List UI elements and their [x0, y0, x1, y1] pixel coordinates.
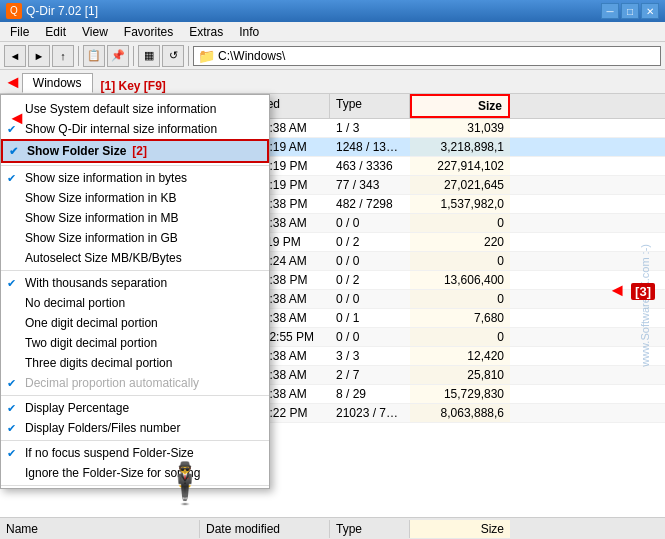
menu-section-4: ✔Display Percentage✔Display Folders/File… [1, 396, 269, 441]
address-bar[interactable]: 📁 C:\Windows\ [193, 46, 661, 66]
ctx-item-7[interactable]: Autoselect Size MB/KB/Bytes [1, 248, 269, 268]
checkmark-icon: ✔ [7, 377, 16, 390]
ctx-item-14[interactable]: ✔Display Percentage [1, 398, 269, 418]
cell-type: 0 / 1 [330, 309, 410, 327]
menu-section-1: Use System default size information✔Show… [1, 97, 269, 166]
cell-size: 8,063,888,6 [410, 404, 510, 422]
cell-size: 31,039 [410, 119, 510, 137]
menu-info[interactable]: Info [231, 23, 267, 41]
tab-bar: ◄ Windows [1] Key [F9] [0, 70, 665, 94]
menu-section-5: ✔If no focus suspend Folder-SizeIgnore t… [1, 441, 269, 486]
close-button[interactable]: ✕ [641, 3, 659, 19]
cell-type: 3 / 3 [330, 347, 410, 365]
bottom-col-name: Name [0, 520, 200, 538]
copy-button[interactable]: 📋 [83, 45, 105, 67]
window-controls[interactable]: ─ □ ✕ [601, 3, 659, 19]
key-label: [1] Key [F9] [101, 79, 166, 93]
cell-type: 0 / 0 [330, 290, 410, 308]
checkmark-icon: ✔ [7, 123, 16, 136]
cell-type: 0 / 0 [330, 252, 410, 270]
ctx-item-10[interactable]: One digit decimal portion [1, 313, 269, 333]
col-header-size[interactable]: Size [410, 94, 510, 118]
ctx-item-0[interactable]: Use System default size information [1, 99, 269, 119]
checkmark-icon: ✔ [7, 172, 16, 185]
separator-1 [78, 46, 79, 66]
ctx-item-11[interactable]: Two digit decimal portion [1, 333, 269, 353]
ctx-item-15[interactable]: ✔Display Folders/Files number [1, 418, 269, 438]
cell-type: 0 / 2 [330, 233, 410, 251]
minimize-button[interactable]: ─ [601, 3, 619, 19]
checkmark-icon: ✔ [7, 422, 16, 435]
cell-type: 1 / 3 [330, 119, 410, 137]
ctx-item-8[interactable]: ✔With thousands separation [1, 273, 269, 293]
ctx-item-2[interactable]: ✔Show Folder Size[2] [1, 139, 269, 163]
separator-2 [133, 46, 134, 66]
cell-type: 2 / 7 [330, 366, 410, 384]
cell-size: 3,218,898,1 [410, 138, 510, 156]
tab-arrow-left: ◄ [4, 72, 22, 93]
forward-button[interactable]: ► [28, 45, 50, 67]
menu-section-2: ✔Show size information in bytesShow Size… [1, 166, 269, 271]
bottom-col-type: Type [330, 520, 410, 538]
maximize-button[interactable]: □ [621, 3, 639, 19]
ctx-item-5[interactable]: Show Size information in MB [1, 208, 269, 228]
cell-type: 1248 / 13989 [330, 138, 410, 156]
cell-size: 227,914,102 [410, 157, 510, 175]
ctx-item-1[interactable]: ✔Show Q-Dir internal size information [1, 119, 269, 139]
paste-button[interactable]: 📌 [107, 45, 129, 67]
cell-type: 482 / 7298 [330, 195, 410, 213]
ctx-item-13[interactable]: ✔Decimal proportion automatically [1, 373, 269, 393]
menu-favorites[interactable]: Favorites [116, 23, 181, 41]
cell-type: 0 / 0 [330, 214, 410, 232]
menu-view[interactable]: View [74, 23, 116, 41]
toolbar: ◄ ► ↑ 📋 📌 ▦ ↺ 📁 C:\Windows\ [0, 42, 665, 70]
cell-size: 25,810 [410, 366, 510, 384]
col-header-type[interactable]: Type [330, 94, 410, 118]
main-content: Name Date modified Type Size ... 1/12/20… [0, 94, 665, 517]
ctx-item-17[interactable]: Ignore the Folder-Size for sorting [1, 463, 269, 483]
context-menu: Use System default size information✔Show… [0, 94, 270, 489]
ctx-item-9[interactable]: No decimal portion [1, 293, 269, 313]
grid-button[interactable]: ▦ [138, 45, 160, 67]
checkmark-icon: ✔ [7, 447, 16, 460]
tab-windows[interactable]: Windows [22, 73, 93, 93]
cell-size: 12,420 [410, 347, 510, 365]
ctx-item-12[interactable]: Three digits decimal portion [1, 353, 269, 373]
cell-size: 7,680 [410, 309, 510, 327]
ctx-item-6[interactable]: Show Size information in GB [1, 228, 269, 248]
checkmark-icon: ✔ [7, 277, 16, 290]
menu-file[interactable]: File [2, 23, 37, 41]
cell-size: 0 [410, 290, 510, 308]
menu-extras[interactable]: Extras [181, 23, 231, 41]
checkmark-icon: ✔ [7, 402, 16, 415]
tab-windows-label: Windows [33, 76, 82, 90]
cell-size: 0 [410, 214, 510, 232]
refresh-button[interactable]: ↺ [162, 45, 184, 67]
title-bar: Q Q-Dir 7.02 [1] ─ □ ✕ [0, 0, 665, 22]
title-text: Q-Dir 7.02 [1] [26, 4, 601, 18]
ctx-item-16[interactable]: ✔If no focus suspend Folder-Size [1, 443, 269, 463]
cell-size: 27,021,645 [410, 176, 510, 194]
cell-type: 77 / 343 [330, 176, 410, 194]
cell-type: 21023 / 76059 [330, 404, 410, 422]
menu-edit[interactable]: Edit [37, 23, 74, 41]
bottom-col-size: Size [410, 520, 510, 538]
menu-bar: File Edit View Favorites Extras Info [0, 22, 665, 42]
cell-size: 0 [410, 252, 510, 270]
bottom-col-date: Date modified [200, 520, 330, 538]
folder-icon: 📁 [198, 48, 215, 64]
ctx-item-3[interactable]: ✔Show size information in bytes [1, 168, 269, 188]
cell-type: 8 / 29 [330, 385, 410, 403]
menu-section-3: ✔With thousands separationNo decimal por… [1, 271, 269, 396]
up-button[interactable]: ↑ [52, 45, 74, 67]
cell-type: 0 / 0 [330, 328, 410, 346]
badge-2: [2] [132, 144, 147, 158]
ctx-item-4[interactable]: Show Size information in KB [1, 188, 269, 208]
back-button[interactable]: ◄ [4, 45, 26, 67]
cell-type: 0 / 2 [330, 271, 410, 289]
cell-size: 220 [410, 233, 510, 251]
address-text: C:\Windows\ [218, 49, 285, 63]
checkmark-icon: ✔ [9, 145, 18, 158]
cell-size: 13,606,400 [410, 271, 510, 289]
cell-size: 15,729,830 [410, 385, 510, 403]
